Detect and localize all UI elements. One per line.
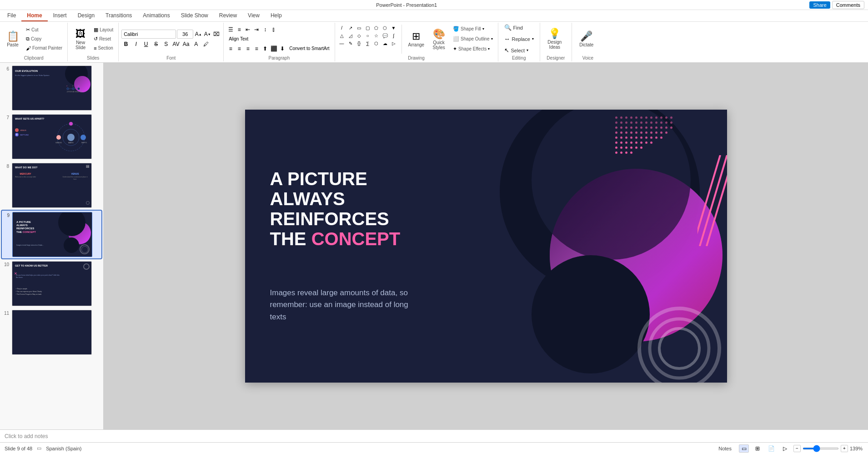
normal-view-button[interactable]: ▭: [739, 444, 749, 453]
shape-line-btn[interactable]: /: [338, 25, 346, 32]
shape-outline-button[interactable]: ⬜ Shape Outline ▾: [451, 35, 495, 44]
shape-cloud-btn[interactable]: ☁: [381, 40, 389, 47]
tab-transitions[interactable]: Transitions: [100, 10, 137, 21]
select-button[interactable]: ↖ Select ▾: [501, 45, 537, 55]
shape-action-btn[interactable]: ▷: [390, 40, 398, 47]
slide-body[interactable]: Images reveal large amounts of data, so …: [270, 287, 425, 323]
tab-review[interactable]: Review: [214, 10, 242, 21]
slide-sorter-button[interactable]: ⊞: [753, 444, 763, 453]
bold-button[interactable]: B: [121, 40, 130, 48]
slide-thumb-6[interactable]: 6 OUR EVOLUTION It's the biggest planets…: [2, 65, 101, 111]
align-bottom-button[interactable]: ⬇: [278, 45, 286, 53]
increase-font-button[interactable]: A▲: [194, 30, 202, 39]
shape-rtri-btn[interactable]: ◿: [346, 32, 355, 40]
section-button[interactable]: ≡ Section: [91, 44, 115, 52]
comments-button[interactable]: Comments: [832, 1, 864, 9]
clear-format-button[interactable]: ⌧: [212, 30, 221, 39]
tab-insert[interactable]: Insert: [48, 10, 72, 21]
tab-slideshow[interactable]: Slide Show: [176, 10, 214, 21]
align-right-button[interactable]: ≡: [244, 45, 252, 53]
arrange-button[interactable]: ⊞ Arrange: [406, 26, 427, 52]
align-center-button[interactable]: ≡: [235, 45, 243, 53]
shape-connector-btn[interactable]: —: [338, 40, 346, 47]
shape-round-rect-btn[interactable]: ▢: [364, 25, 372, 32]
tab-animations[interactable]: Animations: [137, 10, 175, 21]
numbering-button[interactable]: ≡: [235, 25, 243, 34]
zoom-out-button[interactable]: −: [793, 445, 801, 452]
zoom-in-button[interactable]: +: [841, 445, 848, 452]
format-painter-button[interactable]: 🖌 Format Painter: [24, 44, 65, 52]
font-color-button[interactable]: A: [191, 40, 201, 48]
slideshow-button[interactable]: ▷: [780, 444, 790, 453]
notes-view-button[interactable]: Notes: [715, 445, 735, 452]
align-middle-button[interactable]: ⬛: [270, 45, 278, 53]
strikethrough-button[interactable]: S: [151, 40, 161, 48]
tab-help[interactable]: Help: [265, 10, 287, 21]
dictate-button[interactable]: 🎤 Dictate: [575, 29, 598, 56]
reset-button[interactable]: ↺ Reset: [91, 35, 115, 43]
shape-brace-btn[interactable]: {}: [355, 40, 363, 47]
align-left-button[interactable]: ≡: [226, 45, 235, 53]
copy-button[interactable]: ⧉ Copy: [24, 35, 65, 43]
char-spacing-button[interactable]: AV: [171, 40, 181, 48]
increase-indent-button[interactable]: ⇥: [252, 25, 261, 34]
decrease-font-button[interactable]: A▼: [203, 30, 211, 39]
slide-thumb-11[interactable]: 11: [2, 309, 101, 356]
text-shadow-button[interactable]: S: [161, 40, 171, 48]
slide-thumb-9[interactable]: 9 A PICTUREALWAYSREINFORCESTHE CONCEPT I…: [2, 211, 101, 258]
find-button[interactable]: 🔍 Find: [501, 23, 537, 33]
replace-button[interactable]: ↔ Replace ▾: [501, 34, 537, 44]
slide-title[interactable]: A PICTURE ALWAYS REINFORCES THE CONCEPT: [270, 169, 401, 249]
main-slide[interactable]: A PICTURE ALWAYS REINFORCES THE CONCEPT …: [245, 110, 727, 383]
new-slide-button[interactable]: 🖼 New Slide: [70, 26, 90, 52]
font-size-input[interactable]: [177, 30, 193, 39]
justify-button[interactable]: ≡: [252, 45, 261, 53]
slide-thumb-7[interactable]: 7 WHAT SETS US APART? VENUS MARS NEPTUNE: [2, 113, 101, 160]
share-button[interactable]: Share: [809, 1, 830, 9]
slide-thumb-10[interactable]: 10 GET TO KNOW US BETTER Do you know wha…: [2, 260, 101, 307]
cut-button[interactable]: ✂ Cut: [24, 26, 65, 34]
shape-star-btn[interactable]: ☆: [372, 32, 381, 40]
shapes-palette[interactable]: / ↗ ▭ ▢ ⬠ ⬡ ▼ △ ◿ ◇ ○ ☆ 💬 ∫ — ✎ {} ∑ ⬡ ☁: [338, 25, 398, 47]
shape-equation-btn[interactable]: ∑: [364, 40, 372, 47]
paste-button[interactable]: 📋 Paste: [3, 26, 23, 52]
shape-freeform-btn[interactable]: ✎: [346, 40, 355, 47]
slide-thumb-8[interactable]: 8 WHAT DO WE DO? ▤ MERCURY Welcome to th…: [2, 162, 101, 209]
shape-fill-button[interactable]: 🪣 Shape Fill ▾: [451, 25, 495, 34]
tab-home[interactable]: Home: [21, 10, 47, 21]
shape-flow-btn[interactable]: ⬡: [372, 40, 381, 47]
tab-view[interactable]: View: [242, 10, 265, 21]
shape-ellipse-btn[interactable]: ○: [364, 32, 372, 40]
text-direction-button[interactable]: Align Text: [226, 35, 251, 43]
shape-effects-chevron: ▾: [488, 47, 490, 51]
layout-button[interactable]: ▦ Layout: [91, 26, 115, 34]
tab-design[interactable]: Design: [72, 10, 100, 21]
line-spacing-button[interactable]: ↕: [261, 25, 269, 34]
reading-view-button[interactable]: 📄: [766, 444, 776, 453]
shape-rect-btn[interactable]: ▭: [355, 25, 363, 32]
tab-file[interactable]: File: [2, 10, 21, 21]
decrease-indent-button[interactable]: ⇤: [244, 25, 252, 34]
font-name-select[interactable]: [121, 30, 176, 39]
columns-button[interactable]: ⫿: [270, 25, 278, 34]
underline-button[interactable]: U: [141, 40, 151, 48]
shape-hex-btn[interactable]: ⬡: [381, 25, 389, 32]
shape-pentagon-btn[interactable]: ⬠: [372, 25, 381, 32]
shape-callout-btn[interactable]: 💬: [381, 32, 389, 40]
highlight-button[interactable]: 🖊: [201, 40, 211, 48]
zoom-slider[interactable]: [803, 448, 839, 449]
quick-styles-button[interactable]: 🎨 Quick Styles: [429, 26, 449, 52]
italic-button[interactable]: I: [131, 40, 140, 48]
convert-smartart-button[interactable]: Convert to SmartArt: [287, 45, 331, 53]
shape-tri-btn[interactable]: △: [338, 32, 346, 40]
shape-effects-button[interactable]: ✦ Shape Effects ▾: [451, 45, 495, 54]
align-top-button[interactable]: ⬆: [261, 45, 269, 53]
bullets-button[interactable]: ☰: [226, 25, 235, 34]
shape-curve-btn[interactable]: ∫: [390, 32, 398, 40]
design-ideas-button[interactable]: 💡 Design Ideas: [543, 26, 567, 58]
notes-placeholder[interactable]: Click to add notes: [5, 433, 48, 439]
shape-more-btn[interactable]: ▼: [390, 25, 398, 32]
shape-diamond-btn[interactable]: ◇: [355, 32, 363, 40]
change-case-button[interactable]: Aa: [181, 40, 191, 48]
shape-arrow-btn[interactable]: ↗: [346, 25, 355, 32]
